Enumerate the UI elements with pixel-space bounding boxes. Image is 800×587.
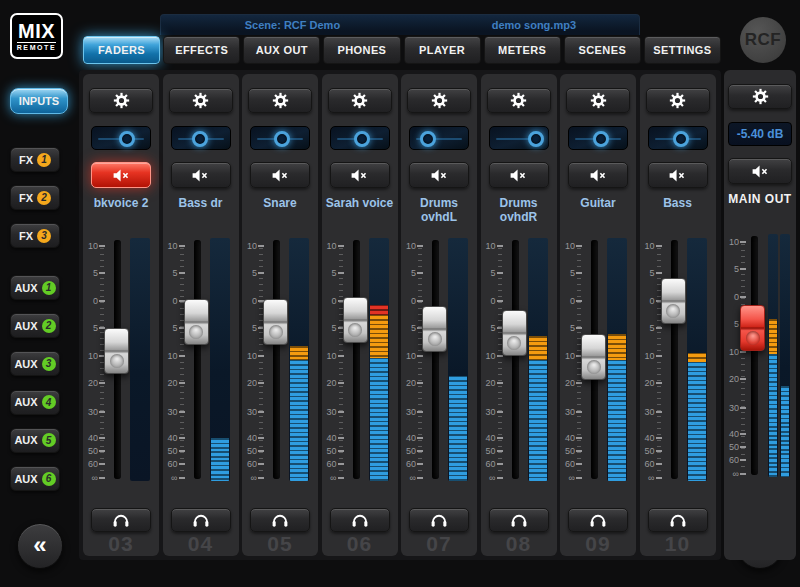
headphones-icon [271, 513, 289, 528]
main-level-display: -5.40 dB [728, 122, 792, 146]
channel-settings-button[interactable] [328, 88, 392, 113]
pan-knob-icon [354, 131, 370, 147]
pan-slider[interactable] [409, 126, 469, 150]
fader-scale: 10505102030405060∞ [401, 238, 425, 481]
main-settings-button[interactable] [728, 84, 792, 109]
solo-headphones-button[interactable] [91, 508, 151, 532]
channel-settings-button[interactable] [169, 88, 233, 113]
fader-scale: 10505102030405060∞ [242, 238, 266, 481]
meter-segment-orange [608, 334, 626, 360]
gear-icon [431, 92, 448, 109]
tab-player[interactable]: PLAYER [404, 36, 481, 64]
pan-slider[interactable] [568, 126, 628, 150]
channel-settings-button[interactable] [487, 88, 551, 113]
tab-scenes[interactable]: SCENES [564, 36, 641, 64]
sidebar-aux-button-4[interactable]: AUX4 [10, 390, 60, 415]
fx-number-badge: 1 [37, 153, 51, 167]
headphones-icon [510, 513, 528, 528]
mute-button[interactable] [409, 162, 469, 188]
prev-page-button[interactable]: « [17, 523, 63, 569]
mute-button[interactable] [250, 162, 310, 188]
mute-button[interactable] [330, 162, 390, 188]
headphones-icon [351, 513, 369, 528]
fader-track[interactable] [432, 240, 439, 479]
fader-track[interactable] [353, 240, 360, 479]
main-meter-left [768, 234, 778, 477]
channel-name: Bass [640, 196, 716, 210]
fader-track[interactable] [194, 240, 201, 479]
fader-track[interactable] [273, 240, 280, 479]
headphones-icon [669, 513, 687, 528]
meter-segment-orange [290, 346, 308, 360]
scene-label: Scene: RCF Demo [161, 19, 424, 31]
fader-area: 10505102030405060∞ [163, 238, 239, 481]
mute-button[interactable] [648, 162, 708, 188]
tab-settings[interactable]: SETTINGS [644, 36, 721, 64]
sidebar-fx-button-2[interactable]: FX2 [10, 185, 60, 210]
channel-settings-button[interactable] [89, 88, 153, 113]
tab-effects[interactable]: EFFECTS [163, 36, 240, 64]
fader-track[interactable] [751, 236, 758, 475]
pan-knob-icon [274, 131, 290, 147]
fader-track[interactable] [671, 240, 678, 479]
channel-settings-button[interactable] [248, 88, 312, 113]
channel-name: Drums ovhdL [401, 196, 477, 224]
tab-phones[interactable]: PHONES [323, 36, 400, 64]
sidebar-aux-button-1[interactable]: AUX1 [10, 275, 60, 300]
fader-scale: 10505102030405060∞ [640, 238, 664, 481]
fader-handle[interactable] [263, 299, 288, 345]
channel-settings-button[interactable] [646, 88, 710, 113]
fader-handle[interactable] [184, 299, 209, 345]
mute-button[interactable] [489, 162, 549, 188]
channel-name: Bass dr [163, 196, 239, 210]
pan-slider[interactable] [250, 126, 310, 150]
solo-headphones-button[interactable] [171, 508, 231, 532]
fader-track[interactable] [512, 240, 519, 479]
fader-handle[interactable] [661, 278, 686, 324]
sidebar-inputs-button[interactable]: INPUTS [10, 88, 68, 114]
channel-settings-button[interactable] [566, 88, 630, 113]
solo-headphones-button[interactable] [330, 508, 390, 532]
fader-handle[interactable] [581, 334, 606, 380]
solo-headphones-button[interactable] [648, 508, 708, 532]
sidebar-fx-button-3[interactable]: FX3 [10, 223, 60, 248]
sidebar-fx-button-1[interactable]: FX1 [10, 147, 60, 172]
sidebar-aux-button-3[interactable]: AUX3 [10, 351, 60, 376]
tab-faders[interactable]: FADERS [83, 36, 160, 64]
main-fader-handle[interactable] [740, 305, 765, 351]
pan-slider[interactable] [489, 126, 549, 150]
pan-slider[interactable] [171, 126, 231, 150]
meter-segment-blue [781, 386, 789, 477]
fader-handle[interactable] [422, 306, 447, 352]
channel-number: 09 [560, 532, 636, 556]
rcf-logo: RCF [740, 17, 786, 63]
tab-meters[interactable]: METERS [484, 36, 561, 64]
sidebar-aux-button-2[interactable]: AUX2 [10, 313, 60, 338]
solo-headphones-button[interactable] [489, 508, 549, 532]
headphones-icon [112, 513, 130, 528]
mute-button[interactable] [91, 162, 151, 188]
aux-number-badge: 4 [42, 395, 56, 409]
solo-headphones-button[interactable] [409, 508, 469, 532]
gear-icon [590, 92, 607, 109]
headphones-icon [192, 513, 210, 528]
aux-number-badge: 3 [42, 357, 56, 371]
fader-handle[interactable] [343, 297, 368, 343]
channel-number: 03 [83, 532, 159, 556]
fader-handle[interactable] [502, 310, 527, 356]
meter-segment-orange [688, 353, 706, 362]
sidebar-aux-button-5[interactable]: AUX5 [10, 428, 60, 453]
pan-slider[interactable] [330, 126, 390, 150]
solo-headphones-button[interactable] [568, 508, 628, 532]
pan-slider[interactable] [648, 126, 708, 150]
mute-button[interactable] [171, 162, 231, 188]
solo-headphones-button[interactable] [250, 508, 310, 532]
main-mute-button[interactable] [728, 158, 792, 184]
mute-button[interactable] [568, 162, 628, 188]
pan-slider[interactable] [91, 126, 151, 150]
sidebar-aux-button-6[interactable]: AUX6 [10, 466, 60, 491]
fader-handle[interactable] [104, 328, 129, 374]
channel-strips: bkvoice 2 10505102030405060∞ 03 [79, 70, 721, 560]
channel-settings-button[interactable] [407, 88, 471, 113]
tab-aux-out[interactable]: AUX OUT [243, 36, 320, 64]
